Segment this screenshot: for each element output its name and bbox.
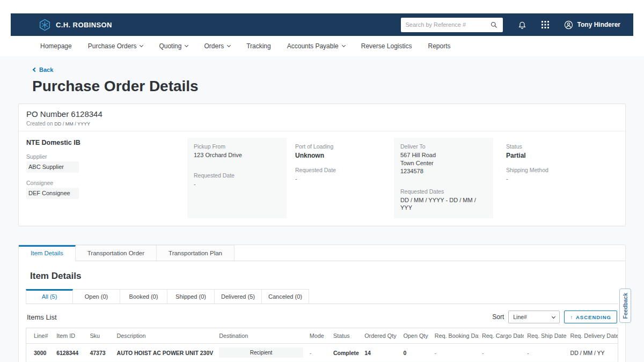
cell-req-delivery-date: DD / MM / YY <box>567 344 618 362</box>
sort-controls: Sort Line# ↑ ASCENDING <box>492 311 617 323</box>
deliver-panel: Deliver To 567 Hill Road Town Center 123… <box>394 138 493 218</box>
search-icon[interactable] <box>490 21 498 29</box>
pickup-requested-date-label: Requested Date <box>194 172 280 179</box>
col-destination: Destination <box>216 328 306 344</box>
items-header: Items List Sort Line# ↑ ASCENDING <box>26 311 618 323</box>
nav-item-label: Tracking <box>246 42 271 50</box>
deliver-to-line-2: Town Center <box>400 159 487 167</box>
nav-item-accounts-payable[interactable]: Accounts Payable <box>287 42 345 50</box>
col-ordered-qty: Ordered Qty <box>361 328 400 344</box>
port-of-loading-column: Port of Loading Unknown Requested Date - <box>287 138 394 218</box>
pickup-requested-date-value: - <box>194 180 280 188</box>
status-value: Partial <box>506 151 548 160</box>
nav-item-label: Quoting <box>159 42 181 50</box>
chevron-left-icon <box>33 68 37 72</box>
col-req-cargo-date: Req. Cargo Date <box>479 328 524 344</box>
nav-item-purchase-orders[interactable]: Purchase Orders <box>88 42 143 50</box>
subtab-all-5[interactable]: All (5) <box>26 289 73 304</box>
sort-label: Sort <box>492 313 504 321</box>
deliver-to-line-1: 567 Hill Road <box>400 151 487 159</box>
search-input[interactable] <box>406 21 490 28</box>
feedback-label: Feedback <box>622 293 628 319</box>
nav-item-tracking[interactable]: Tracking <box>246 42 271 50</box>
cell-item-id: 6128344 <box>53 344 86 362</box>
cell-status: Complete <box>330 344 361 362</box>
supplier-value: ABC Supplier <box>26 161 79 173</box>
cell-ordered-qty: 14 <box>361 344 400 362</box>
item-details-section: Item Details All (5)Open (0)Booked (0)Sh… <box>19 261 625 362</box>
sort-selected-value: Line# <box>513 314 527 320</box>
col-open-qty: Open Qty <box>400 328 431 344</box>
items-table-body: 3000612834447373AUTO HOIST AC POWER UNIT… <box>26 344 618 362</box>
supplier-label: Supplier <box>26 153 187 160</box>
col-description: Description <box>114 328 216 344</box>
status-column: Status Partial Shipping Method - <box>493 138 548 218</box>
nav-item-label: Orders <box>204 42 224 50</box>
back-button[interactable]: Back <box>33 67 53 73</box>
col-sku: Sku <box>86 328 113 344</box>
subtab-shipped-0[interactable]: Shipped (0) <box>167 289 215 304</box>
top-navbar: C.H. ROBINSON Tony Hinderer <box>11 13 633 36</box>
nav-item-orders[interactable]: Orders <box>204 42 230 50</box>
secondary-nav: HomepagePurchase OrdersQuotingOrdersTrac… <box>11 36 633 56</box>
cell-mode: - <box>306 344 330 362</box>
nav-item-quoting[interactable]: Quoting <box>159 42 188 50</box>
chrobinson-hexagon-icon <box>39 19 51 31</box>
port-of-loading-value: Unknown <box>295 151 392 160</box>
pickup-from-label: Pickup From <box>194 143 280 150</box>
reference-searchbox <box>401 18 503 32</box>
tab-item-details[interactable]: Item Details <box>19 245 76 261</box>
back-label: Back <box>39 67 53 73</box>
notifications-button[interactable] <box>518 20 526 29</box>
cell-open-qty: 0 <box>400 344 431 362</box>
arrow-up-icon: ↑ <box>570 314 573 320</box>
cell-line: 3000 <box>26 344 53 362</box>
user-menu[interactable]: Tony Hinderer <box>564 20 620 29</box>
subtab-open-0[interactable]: Open (0) <box>73 289 120 304</box>
po-parties-column: NTE Domestic IB Supplier ABC Supplier Co… <box>26 138 187 218</box>
table-row[interactable]: 3000612834447373AUTO HOIST AC POWER UNIT… <box>26 344 618 362</box>
feedback-button[interactable]: Feedback <box>619 289 631 323</box>
col-req-delivery-date: Req. Delivery Date <box>567 328 618 344</box>
items-list-heading: Items List <box>27 313 57 321</box>
col-item-id: Item ID <box>53 328 86 344</box>
user-avatar-icon <box>564 20 573 29</box>
po-card-header: PO Number 6128344 Created on DD / MM / Y… <box>19 104 625 131</box>
nav-item-reports[interactable]: Reports <box>428 42 451 50</box>
chevron-down-icon <box>227 43 231 47</box>
tab-transportation-order[interactable]: Transportation Order <box>76 245 157 261</box>
sort-select[interactable]: Line# <box>508 311 560 323</box>
destination-chip: Recipient <box>219 348 303 358</box>
nav-item-label: Accounts Payable <box>287 42 339 50</box>
bell-icon <box>518 20 526 29</box>
tab-transportation-plan[interactable]: Transportation Plan <box>157 245 235 261</box>
brand-logo[interactable]: C.H. ROBINSON <box>39 19 112 31</box>
shipping-method-label: Shipping Method <box>506 167 548 173</box>
nav-item-reverse-logistics[interactable]: Reverse Logistics <box>361 42 412 50</box>
col-line: Line# <box>26 328 53 344</box>
po-created: Created on DD / MM / YYYY <box>26 121 618 127</box>
apps-button[interactable] <box>541 21 549 28</box>
nav-item-homepage[interactable]: Homepage <box>40 42 72 50</box>
section-heading: Item Details <box>30 271 618 282</box>
po-summary-card: PO Number 6128344 Created on DD / MM / Y… <box>18 104 626 226</box>
cell-sku: 47373 <box>86 344 113 362</box>
items-table-wrap: Line#Item IDSkuDescriptionDestinationMod… <box>26 328 618 362</box>
po-created-value: DD / MM / YYYY <box>54 121 90 127</box>
po-card-body: NTE Domestic IB Supplier ABC Supplier Co… <box>19 131 625 226</box>
tabs-bar: Item DetailsTransportation OrderTranspor… <box>19 245 625 261</box>
subtab-canceled-0[interactable]: Canceled (0) <box>262 289 309 304</box>
port-requested-date-label: Requested Date <box>295 167 392 173</box>
pickup-panel: Pickup From 123 Orchard Drive Requested … <box>187 138 287 218</box>
deliver-to-line-3: 1234578 <box>400 167 487 175</box>
subtab-booked-0[interactable]: Booked (0) <box>120 289 167 304</box>
cell-req-cargo-date: - <box>479 344 524 362</box>
subtab-delivered-5[interactable]: Delivered (5) <box>215 289 262 304</box>
cell-req-ship-date: - <box>524 344 567 362</box>
apps-grid-icon <box>541 21 549 28</box>
ascending-label: ASCENDING <box>576 314 611 320</box>
pickup-from-value: 123 Orchard Drive <box>194 151 280 159</box>
deliver-requested-dates-label: Requested Dates <box>400 188 487 195</box>
sort-direction-button[interactable]: ↑ ASCENDING <box>564 311 617 323</box>
chevron-down-icon <box>185 43 188 47</box>
